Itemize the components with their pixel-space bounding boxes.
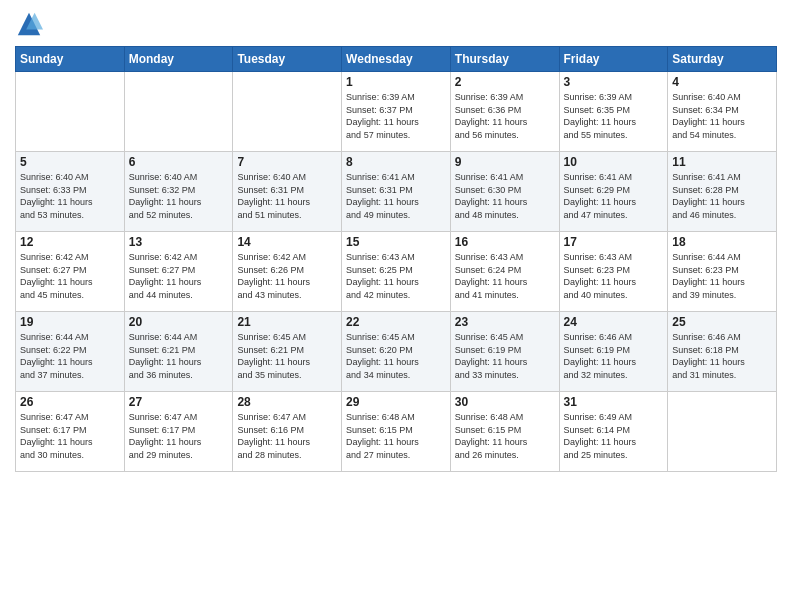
day-info: Sunrise: 6:45 AM Sunset: 6:20 PM Dayligh… [346, 331, 446, 381]
day-info: Sunrise: 6:40 AM Sunset: 6:31 PM Dayligh… [237, 171, 337, 221]
calendar-cell [233, 72, 342, 152]
day-number: 6 [129, 155, 229, 169]
day-number: 2 [455, 75, 555, 89]
day-header-monday: Monday [124, 47, 233, 72]
calendar-cell: 25Sunrise: 6:46 AM Sunset: 6:18 PM Dayli… [668, 312, 777, 392]
day-info: Sunrise: 6:41 AM Sunset: 6:28 PM Dayligh… [672, 171, 772, 221]
calendar-cell: 30Sunrise: 6:48 AM Sunset: 6:15 PM Dayli… [450, 392, 559, 472]
day-header-saturday: Saturday [668, 47, 777, 72]
calendar-cell: 18Sunrise: 6:44 AM Sunset: 6:23 PM Dayli… [668, 232, 777, 312]
day-number: 28 [237, 395, 337, 409]
calendar-cell: 13Sunrise: 6:42 AM Sunset: 6:27 PM Dayli… [124, 232, 233, 312]
calendar-week-row: 26Sunrise: 6:47 AM Sunset: 6:17 PM Dayli… [16, 392, 777, 472]
day-info: Sunrise: 6:40 AM Sunset: 6:32 PM Dayligh… [129, 171, 229, 221]
calendar-cell: 2Sunrise: 6:39 AM Sunset: 6:36 PM Daylig… [450, 72, 559, 152]
day-header-thursday: Thursday [450, 47, 559, 72]
calendar-cell: 23Sunrise: 6:45 AM Sunset: 6:19 PM Dayli… [450, 312, 559, 392]
calendar-cell: 4Sunrise: 6:40 AM Sunset: 6:34 PM Daylig… [668, 72, 777, 152]
day-info: Sunrise: 6:42 AM Sunset: 6:27 PM Dayligh… [20, 251, 120, 301]
calendar-cell: 15Sunrise: 6:43 AM Sunset: 6:25 PM Dayli… [342, 232, 451, 312]
day-header-wednesday: Wednesday [342, 47, 451, 72]
day-info: Sunrise: 6:44 AM Sunset: 6:21 PM Dayligh… [129, 331, 229, 381]
day-info: Sunrise: 6:45 AM Sunset: 6:21 PM Dayligh… [237, 331, 337, 381]
day-header-friday: Friday [559, 47, 668, 72]
day-number: 9 [455, 155, 555, 169]
calendar-cell: 21Sunrise: 6:45 AM Sunset: 6:21 PM Dayli… [233, 312, 342, 392]
day-info: Sunrise: 6:44 AM Sunset: 6:23 PM Dayligh… [672, 251, 772, 301]
day-info: Sunrise: 6:39 AM Sunset: 6:37 PM Dayligh… [346, 91, 446, 141]
day-info: Sunrise: 6:42 AM Sunset: 6:27 PM Dayligh… [129, 251, 229, 301]
day-number: 10 [564, 155, 664, 169]
day-info: Sunrise: 6:47 AM Sunset: 6:17 PM Dayligh… [20, 411, 120, 461]
day-number: 14 [237, 235, 337, 249]
day-info: Sunrise: 6:40 AM Sunset: 6:34 PM Dayligh… [672, 91, 772, 141]
day-info: Sunrise: 6:47 AM Sunset: 6:16 PM Dayligh… [237, 411, 337, 461]
day-info: Sunrise: 6:41 AM Sunset: 6:29 PM Dayligh… [564, 171, 664, 221]
calendar-cell: 1Sunrise: 6:39 AM Sunset: 6:37 PM Daylig… [342, 72, 451, 152]
day-info: Sunrise: 6:43 AM Sunset: 6:23 PM Dayligh… [564, 251, 664, 301]
day-number: 26 [20, 395, 120, 409]
day-info: Sunrise: 6:39 AM Sunset: 6:35 PM Dayligh… [564, 91, 664, 141]
day-number: 15 [346, 235, 446, 249]
day-info: Sunrise: 6:42 AM Sunset: 6:26 PM Dayligh… [237, 251, 337, 301]
day-number: 11 [672, 155, 772, 169]
calendar-cell [668, 392, 777, 472]
day-header-tuesday: Tuesday [233, 47, 342, 72]
calendar-cell: 26Sunrise: 6:47 AM Sunset: 6:17 PM Dayli… [16, 392, 125, 472]
calendar-cell: 17Sunrise: 6:43 AM Sunset: 6:23 PM Dayli… [559, 232, 668, 312]
day-number: 22 [346, 315, 446, 329]
calendar-cell: 22Sunrise: 6:45 AM Sunset: 6:20 PM Dayli… [342, 312, 451, 392]
calendar-week-row: 19Sunrise: 6:44 AM Sunset: 6:22 PM Dayli… [16, 312, 777, 392]
calendar-cell: 28Sunrise: 6:47 AM Sunset: 6:16 PM Dayli… [233, 392, 342, 472]
day-number: 20 [129, 315, 229, 329]
day-info: Sunrise: 6:46 AM Sunset: 6:19 PM Dayligh… [564, 331, 664, 381]
day-info: Sunrise: 6:46 AM Sunset: 6:18 PM Dayligh… [672, 331, 772, 381]
calendar-cell: 24Sunrise: 6:46 AM Sunset: 6:19 PM Dayli… [559, 312, 668, 392]
calendar-cell: 29Sunrise: 6:48 AM Sunset: 6:15 PM Dayli… [342, 392, 451, 472]
calendar-cell: 14Sunrise: 6:42 AM Sunset: 6:26 PM Dayli… [233, 232, 342, 312]
day-number: 27 [129, 395, 229, 409]
calendar-cell: 27Sunrise: 6:47 AM Sunset: 6:17 PM Dayli… [124, 392, 233, 472]
day-number: 31 [564, 395, 664, 409]
header [15, 10, 777, 38]
day-info: Sunrise: 6:43 AM Sunset: 6:25 PM Dayligh… [346, 251, 446, 301]
day-info: Sunrise: 6:39 AM Sunset: 6:36 PM Dayligh… [455, 91, 555, 141]
day-number: 13 [129, 235, 229, 249]
day-info: Sunrise: 6:48 AM Sunset: 6:15 PM Dayligh… [346, 411, 446, 461]
calendar-cell [124, 72, 233, 152]
day-header-sunday: Sunday [16, 47, 125, 72]
day-info: Sunrise: 6:44 AM Sunset: 6:22 PM Dayligh… [20, 331, 120, 381]
calendar-cell: 12Sunrise: 6:42 AM Sunset: 6:27 PM Dayli… [16, 232, 125, 312]
day-info: Sunrise: 6:47 AM Sunset: 6:17 PM Dayligh… [129, 411, 229, 461]
calendar-cell: 16Sunrise: 6:43 AM Sunset: 6:24 PM Dayli… [450, 232, 559, 312]
day-info: Sunrise: 6:41 AM Sunset: 6:30 PM Dayligh… [455, 171, 555, 221]
calendar-cell: 11Sunrise: 6:41 AM Sunset: 6:28 PM Dayli… [668, 152, 777, 232]
calendar-cell: 19Sunrise: 6:44 AM Sunset: 6:22 PM Dayli… [16, 312, 125, 392]
logo [15, 10, 47, 38]
day-number: 25 [672, 315, 772, 329]
page: SundayMondayTuesdayWednesdayThursdayFrid… [0, 0, 792, 612]
day-number: 18 [672, 235, 772, 249]
day-number: 29 [346, 395, 446, 409]
day-number: 19 [20, 315, 120, 329]
day-info: Sunrise: 6:48 AM Sunset: 6:15 PM Dayligh… [455, 411, 555, 461]
day-number: 23 [455, 315, 555, 329]
day-info: Sunrise: 6:41 AM Sunset: 6:31 PM Dayligh… [346, 171, 446, 221]
logo-icon [15, 10, 43, 38]
calendar-table: SundayMondayTuesdayWednesdayThursdayFrid… [15, 46, 777, 472]
calendar-cell [16, 72, 125, 152]
day-number: 17 [564, 235, 664, 249]
day-info: Sunrise: 6:43 AM Sunset: 6:24 PM Dayligh… [455, 251, 555, 301]
calendar-week-row: 1Sunrise: 6:39 AM Sunset: 6:37 PM Daylig… [16, 72, 777, 152]
day-info: Sunrise: 6:49 AM Sunset: 6:14 PM Dayligh… [564, 411, 664, 461]
calendar-cell: 20Sunrise: 6:44 AM Sunset: 6:21 PM Dayli… [124, 312, 233, 392]
day-number: 8 [346, 155, 446, 169]
day-number: 3 [564, 75, 664, 89]
calendar-cell: 3Sunrise: 6:39 AM Sunset: 6:35 PM Daylig… [559, 72, 668, 152]
calendar-cell: 6Sunrise: 6:40 AM Sunset: 6:32 PM Daylig… [124, 152, 233, 232]
day-number: 12 [20, 235, 120, 249]
day-info: Sunrise: 6:40 AM Sunset: 6:33 PM Dayligh… [20, 171, 120, 221]
calendar-header-row: SundayMondayTuesdayWednesdayThursdayFrid… [16, 47, 777, 72]
calendar-cell: 8Sunrise: 6:41 AM Sunset: 6:31 PM Daylig… [342, 152, 451, 232]
day-number: 21 [237, 315, 337, 329]
